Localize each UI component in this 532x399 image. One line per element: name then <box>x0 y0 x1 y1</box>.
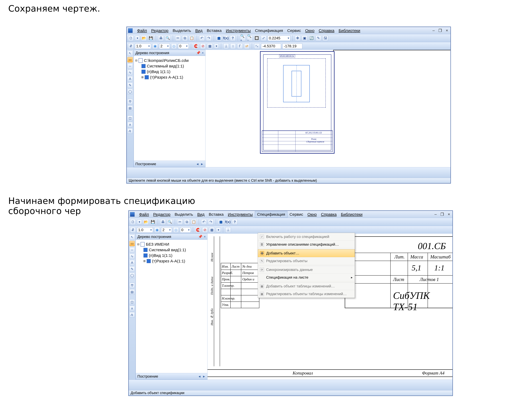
menu-select[interactable]: Выделить <box>172 211 195 217</box>
tool-text[interactable]: A <box>127 76 133 82</box>
menu-editor[interactable]: Редактор <box>149 27 171 34</box>
coord-y-field[interactable]: -178.19 <box>282 44 302 49</box>
tree-pin-icon[interactable]: 📌 <box>196 51 200 55</box>
save2-button[interactable]: 🖫 <box>323 35 328 41</box>
tool-dimension[interactable]: ↔ <box>129 247 135 253</box>
snap-magnet-icon[interactable]: 🧲 <box>195 227 201 233</box>
undo-button[interactable]: ↶ <box>199 35 205 41</box>
menu-editor[interactable]: Редактор <box>151 211 172 217</box>
zoom-fit-button[interactable]: ⤢ <box>261 35 266 41</box>
menu-tools[interactable]: Инструменты <box>226 211 255 217</box>
step-field[interactable]: 1.0▾ <box>135 44 151 49</box>
coord-x-field[interactable]: -4.5370 <box>261 44 281 49</box>
menu-spec[interactable]: Спецификация <box>255 211 287 218</box>
menu-view[interactable]: Вид <box>193 27 205 34</box>
window-minimize-button[interactable]: – <box>431 28 436 33</box>
menu-help[interactable]: Справка <box>317 27 336 34</box>
axis-button[interactable]: ↕ <box>230 43 236 49</box>
cut-button[interactable]: ✂ <box>177 219 183 225</box>
tool-symbol[interactable]: ∿ <box>129 254 135 259</box>
menu-service[interactable]: Сервис <box>285 27 303 34</box>
step-icon[interactable]: ⇵ <box>128 43 134 49</box>
fx-button[interactable]: f(x) <box>225 219 231 225</box>
tool-para[interactable]: ∧ <box>127 122 133 127</box>
layer-field[interactable]: 2▾ <box>159 44 170 49</box>
snap-off-icon[interactable]: ⊘ <box>202 227 208 233</box>
refresh-button[interactable]: 🔄 <box>309 35 314 41</box>
menu-tools[interactable]: Инструменты <box>224 27 253 34</box>
menu-window[interactable]: Окно <box>303 27 317 34</box>
save-button[interactable]: 💾 <box>148 35 154 41</box>
measure-button[interactable]: ✎ <box>316 35 321 41</box>
grid-button[interactable]: ▦ <box>209 227 215 233</box>
step-field[interactable]: 1.0▾ <box>137 227 153 233</box>
tree-close-icon[interactable]: × <box>202 51 204 55</box>
style-field[interactable]: 0▾ <box>178 44 189 49</box>
window-minimize-button[interactable]: – <box>433 212 438 217</box>
zoom-in-button[interactable]: 🔍+ <box>240 35 246 41</box>
zoom-out-button[interactable]: 🔍− <box>247 35 253 41</box>
tree-view-1[interactable]: (п)Вид 1(1:1) <box>141 70 204 74</box>
tree-tab-arrows[interactable]: ◂ ▸ <box>196 162 204 166</box>
window-close-button[interactable]: × <box>447 212 451 217</box>
grid-dropdown[interactable]: ▾ <box>216 228 221 232</box>
window-restore-button[interactable]: ❐ <box>439 212 445 217</box>
undo-button[interactable]: ↶ <box>201 219 207 225</box>
window-close-button[interactable]: × <box>445 28 449 33</box>
vars-button[interactable]: ▦ <box>216 35 222 41</box>
tool-text[interactable]: A <box>129 260 135 265</box>
menu-insert[interactable]: Вставка <box>207 211 226 217</box>
tool-e[interactable]: ∕ε <box>129 312 135 317</box>
tool-geometry[interactable]: ▭ <box>129 241 135 246</box>
style-icon[interactable]: ◇ <box>171 43 177 49</box>
layer-icon[interactable]: ◉ <box>154 227 160 233</box>
tool-select[interactable]: ↖ <box>127 51 133 56</box>
style-icon[interactable]: ◇ <box>173 227 179 233</box>
tool-e[interactable]: ∕ε <box>127 128 133 134</box>
tool-symbol[interactable]: ∿ <box>127 70 133 75</box>
menu-view[interactable]: Вид <box>195 211 207 217</box>
new-button[interactable]: 🗋 <box>130 219 136 225</box>
rebuild-button[interactable]: ▣ <box>302 35 307 41</box>
tree-doc-row[interactable]: − БЕЗ ИМЕНИ <box>137 242 206 247</box>
zoom-window-button[interactable]: 🔲 <box>254 35 260 41</box>
tree-doc-row[interactable]: − C:\kompas\РоликСБ.cdw <box>135 58 204 63</box>
tool-param[interactable]: ◯ <box>129 273 135 278</box>
new-dropdown[interactable]: ▾ <box>137 220 142 224</box>
menu-libs[interactable]: Библиотеки <box>339 211 365 217</box>
vars-button[interactable]: ▦ <box>218 219 224 225</box>
param-button[interactable]: ⇄ <box>244 43 250 49</box>
dd-add-object[interactable]: ➕ Добавить объект… <box>258 249 355 257</box>
menu-file[interactable]: Файл <box>135 27 149 34</box>
ortho-button[interactable]: ⊥ <box>225 227 231 233</box>
menu-help[interactable]: Справка <box>319 211 339 217</box>
ortho-button[interactable]: ⊥ <box>223 43 229 49</box>
redo-button[interactable]: ↷ <box>208 219 214 225</box>
snap-magnet-icon[interactable]: 🧲 <box>193 43 199 49</box>
copy-button[interactable]: ⧉ <box>184 219 190 225</box>
step-icon[interactable]: ⇵ <box>130 227 136 233</box>
help-button[interactable]: ? <box>232 219 238 225</box>
menu-libs[interactable]: Библиотеки <box>336 27 362 34</box>
dd-spec-on-sheet[interactable]: Спецификация на листе ▸ <box>258 274 355 281</box>
help-button[interactable]: ? <box>230 35 235 41</box>
tree-view-1[interactable]: (п)Вид 1(1:1) <box>144 253 206 258</box>
tool-edit[interactable]: ✎ <box>129 266 135 272</box>
layer-field[interactable]: 2▾ <box>161 227 172 233</box>
fx-button[interactable]: f(x) <box>223 35 229 41</box>
print-button[interactable]: 🖶 <box>158 35 164 41</box>
tool-view[interactable]: ◫ <box>127 116 133 121</box>
tree-tab-arrows[interactable]: ◂ ▸ <box>199 374 206 379</box>
new-dropdown[interactable]: ▾ <box>135 36 140 41</box>
dd-manage-spec[interactable]: ☰ Управление описаниями спецификаций… <box>258 241 355 248</box>
tool-hatch[interactable]: ▤ <box>129 289 135 295</box>
tree-close-icon[interactable]: × <box>204 234 206 239</box>
pan-button[interactable]: ✥ <box>295 35 300 41</box>
tree-view-system[interactable]: Системный вид(1:1) <box>141 64 204 68</box>
window-restore-button[interactable]: ❐ <box>437 28 443 33</box>
preview-button[interactable]: 🔍 <box>165 35 171 41</box>
tool-dimension[interactable]: ↔ <box>127 63 133 69</box>
tool-T[interactable]: Ͳ <box>129 283 135 288</box>
grid-dropdown[interactable]: ▾ <box>214 44 219 49</box>
menu-window[interactable]: Окно <box>305 211 319 217</box>
